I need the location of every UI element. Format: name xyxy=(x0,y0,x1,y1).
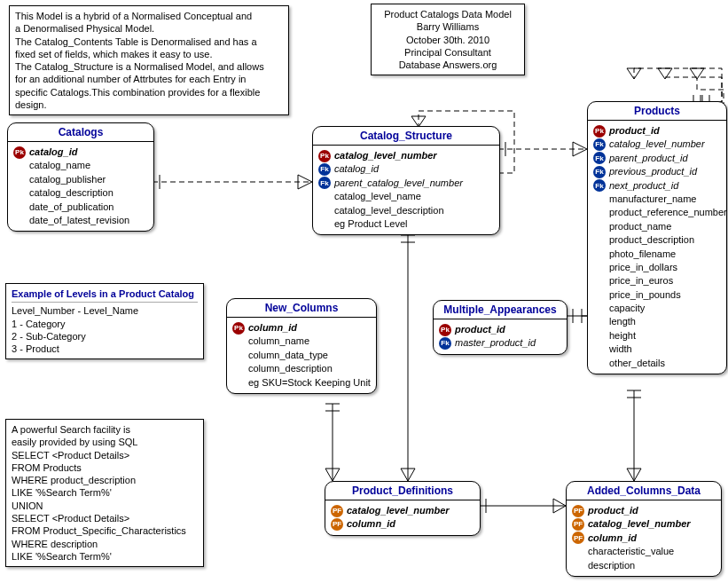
attr-name: column_name xyxy=(248,335,309,348)
attr-row: product_description xyxy=(593,233,721,247)
attr-name: catalog_level_number xyxy=(347,504,450,517)
attr-row: Fkparent_product_id xyxy=(593,152,721,165)
attr-row: eg SKU=Stock Keeping Unit xyxy=(232,376,371,390)
attr-name: column_data_type xyxy=(248,349,328,362)
note-explain: This Model is a hybrid of a Normalised C… xyxy=(9,5,289,115)
attr-row: description xyxy=(572,559,716,572)
attr-row: height xyxy=(593,329,721,343)
attr-name: height xyxy=(609,329,636,343)
entity-catalogs: Catalogs Pkcatalog_idcatalog_namecatalog… xyxy=(7,122,154,232)
attr-name: parent_product_id xyxy=(609,152,688,165)
pk-badge: Pk xyxy=(318,150,331,162)
entity-added-columns-data: Added_Columns_Data PFproduct_idPFcatalog… xyxy=(566,481,722,577)
attr-row: Fkcatalog_level_number xyxy=(593,138,721,151)
attr-name: product_description xyxy=(609,233,694,247)
attr-name: catalog_publisher xyxy=(29,173,106,186)
pk-badge: Pk xyxy=(232,322,245,335)
attr-row: catalog_publisher xyxy=(13,173,148,186)
attr-name: description xyxy=(588,559,635,572)
attr-row: PFproduct_id xyxy=(572,504,716,517)
note-levels: Example of Levels in a Product Catalog L… xyxy=(5,283,204,359)
attr-row: Fkcatalog_id xyxy=(318,162,494,176)
attr-name: product_reference_number xyxy=(609,206,727,219)
fk-badge: Fk xyxy=(439,337,451,350)
attr-row: column_description xyxy=(232,362,371,375)
attr-name: product_id xyxy=(455,323,505,336)
attr-row: PFcolumn_id xyxy=(572,532,716,545)
pf-badge: PF xyxy=(572,518,584,531)
attr-row: Fkprevious_product_id xyxy=(593,165,721,178)
attr-name: eg Product Level xyxy=(334,217,408,231)
attr-row: Fknext_product_id xyxy=(593,179,721,193)
attr-name: other_details xyxy=(609,357,665,370)
pf-badge: PF xyxy=(572,505,584,517)
attr-row: capacity xyxy=(593,302,721,315)
attr-row: catalog_level_description xyxy=(318,204,494,217)
attr-row: price_in_euros xyxy=(593,274,721,288)
attr-name: date_of_latest_revision xyxy=(29,214,129,227)
attr-row: product_name xyxy=(593,220,721,233)
attr-row: characteristic_value xyxy=(572,545,716,558)
entity-title: New_Columns xyxy=(227,299,376,318)
attr-name: eg SKU=Stock Keeping Unit xyxy=(248,376,371,390)
pk-badge: Pk xyxy=(13,146,26,159)
attr-row: Pkproduct_id xyxy=(593,124,721,138)
attr-name: column_description xyxy=(248,362,333,375)
attr-name: catalog_level_number xyxy=(588,517,691,531)
attr-name: catalog_level_description xyxy=(334,204,444,217)
fk-badge: Fk xyxy=(593,152,606,164)
attr-row: price_in_dollars xyxy=(593,261,721,274)
attr-row: catalog_name xyxy=(13,159,148,172)
entity-title: Catalogs xyxy=(8,123,153,142)
attr-row: catalog_description xyxy=(13,186,148,200)
attr-name: master_product_id xyxy=(455,336,536,350)
attr-name: length xyxy=(609,315,636,328)
attr-row: Fkparent_catalog_level_number xyxy=(318,177,494,190)
entity-title: Product_Definitions xyxy=(325,482,480,500)
attr-name: capacity xyxy=(609,302,645,315)
attr-row: Pkproduct_id xyxy=(439,323,561,336)
attr-name: manufacturer_name xyxy=(609,193,696,206)
attr-row: manufacturer_name xyxy=(593,193,721,206)
attr-name: price_in_euros xyxy=(609,274,673,288)
attr-row: PFcolumn_id xyxy=(331,517,474,531)
attr-row: column_name xyxy=(232,335,371,348)
attr-name: catalog_name xyxy=(29,159,90,172)
attr-row: date_of_publication xyxy=(13,201,148,214)
entity-multiple-appearances: Multiple_Appearances Pkproduct_idFkmaste… xyxy=(433,300,568,355)
attr-row: width xyxy=(593,343,721,356)
pk-badge: Pk xyxy=(439,324,451,336)
entity-title: Multiple_Appearances xyxy=(434,301,567,319)
attr-name: column_id xyxy=(248,321,297,335)
entity-new-columns: New_Columns Pkcolumn_idcolumn_namecolumn… xyxy=(226,298,377,394)
attr-name: price_in_dollars xyxy=(609,261,677,274)
pf-badge: PF xyxy=(331,505,343,517)
entity-products: Products Pkproduct_idFkcatalog_level_num… xyxy=(587,101,727,374)
entity-title: Added_Columns_Data xyxy=(567,482,721,500)
entity-product-definitions: Product_Definitions PFcatalog_level_numb… xyxy=(325,481,481,536)
pf-badge: PF xyxy=(572,532,584,544)
attr-row: Pkcatalog_level_number xyxy=(318,149,494,162)
attr-name: product_id xyxy=(609,124,660,138)
attr-name: catalog_level_number xyxy=(334,149,437,162)
attr-row: Pkcatalog_id xyxy=(13,146,148,159)
attr-name: column_id xyxy=(347,517,395,531)
attr-row: PFcatalog_level_number xyxy=(572,517,716,531)
attr-name: date_of_publication xyxy=(29,201,114,214)
attr-name: catalog_id xyxy=(29,146,77,159)
note-header: Product Catalogs Data Model Barry Willia… xyxy=(371,4,525,75)
attr-row: column_data_type xyxy=(232,349,371,362)
entity-title: Catalog_Structure xyxy=(313,127,499,146)
attr-name: catalog_level_name xyxy=(334,190,421,203)
attr-name: product_id xyxy=(588,504,638,517)
attr-row: product_reference_number xyxy=(593,206,721,219)
fk-badge: Fk xyxy=(593,138,606,151)
pk-badge: Pk xyxy=(593,125,606,138)
attr-name: catalog_id xyxy=(334,162,379,176)
attr-row: other_details xyxy=(593,357,721,370)
fk-badge: Fk xyxy=(593,179,606,192)
attr-name: photo_filename xyxy=(609,248,676,261)
attr-name: next_product_id xyxy=(609,179,678,193)
fk-badge: Fk xyxy=(318,163,331,176)
attr-name: parent_catalog_level_number xyxy=(334,177,463,190)
